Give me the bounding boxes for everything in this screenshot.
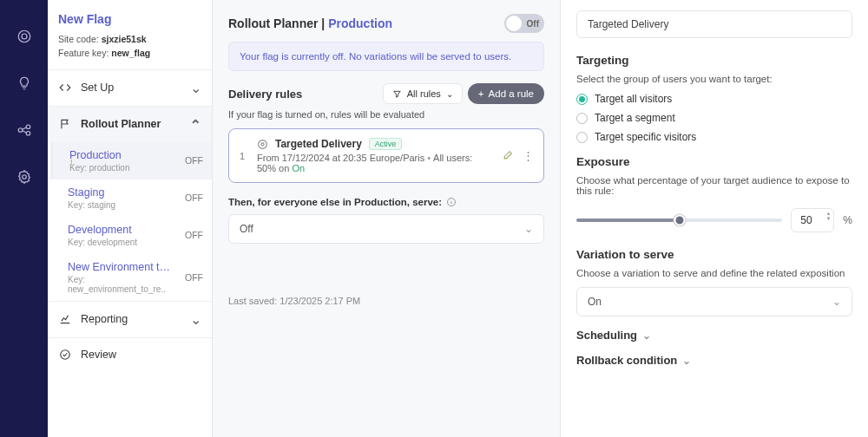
rule-name-input[interactable]: Targeted Delivery [576,10,852,38]
rule-card[interactable]: 1 Targeted Delivery Active From 17/12/20… [228,128,544,183]
env-staging[interactable]: Staging Key: staging OFF [50,179,212,217]
nav-rollout-planner[interactable]: Rollout Planner ⌄ [48,106,212,142]
plus-icon: + [478,88,484,99]
feature-key-line: Feature key: new_flag [58,47,201,61]
slider-thumb[interactable] [674,215,685,226]
exposure-input[interactable]: 50 ▲▼ [791,208,834,232]
main-content: Rollout Planner | Production Off Your fl… [213,0,560,437]
env-development[interactable]: Development Key: development OFF [50,217,212,254]
scheduling-header[interactable]: Scheduling ⌄ [576,329,852,342]
lightbulb-icon[interactable] [14,73,35,94]
check-circle-icon [58,348,72,362]
radio-all-visitors[interactable]: Target all visitors [576,93,852,105]
svg-point-7 [259,140,267,148]
nav-setup[interactable]: Set Up ⌄ [48,69,212,106]
code-icon [58,81,72,95]
exposure-heading: Exposure [576,155,852,168]
svg-point-0 [18,30,30,42]
exposure-sub: Choose what percentage of your target au… [576,175,852,196]
gear-icon[interactable] [14,166,35,187]
chart-icon [58,312,72,326]
exposure-slider[interactable] [576,218,782,222]
global-nav-rail [0,0,48,437]
svg-point-2 [18,128,23,133]
svg-point-3 [26,125,30,129]
info-icon[interactable] [446,197,457,207]
radio-segment[interactable]: Target a segment [576,112,852,124]
chevron-down-icon: ⌄ [524,223,533,235]
variation-sub: Choose a variation to serve and define t… [576,268,852,278]
chevron-down-icon: ⌄ [832,296,841,308]
percent-label: % [843,214,852,226]
chevron-down-icon: ⌄ [642,329,651,342]
more-icon[interactable]: ⋮ [523,149,533,162]
env-new[interactable]: New Environment to re... Key: new_enviro… [50,254,212,301]
edit-icon[interactable] [503,149,514,163]
chevron-down-icon: ⌄ [190,80,201,96]
rule-summary: From 17/12/2024 at 20:35 Europe/Paris•Al… [257,153,494,173]
fallback-select[interactable]: Off ⌄ [228,214,544,244]
svg-point-4 [26,132,30,136]
delivery-rules-title: Delivery rules [228,88,302,101]
chevron-down-icon: ⌄ [190,311,201,328]
radio-icon [576,132,588,143]
rollback-header[interactable]: Rollback condition ⌄ [576,354,852,367]
rule-name: Targeted Delivery [275,138,362,150]
flag-sidebar: New Flag Site code: sjxzie51sk Feature k… [48,0,213,437]
last-saved: Last saved: 1/23/2025 2:17 PM [228,296,544,306]
radio-specific[interactable]: Target specific visitors [576,131,852,143]
nav-review[interactable]: Review [48,337,212,371]
target-icon [257,139,268,150]
radio-icon [576,113,588,124]
svg-point-8 [261,142,264,145]
env-production[interactable]: ! Production Key: production OFF [50,142,212,179]
molecule-icon[interactable] [14,120,35,140]
svg-point-6 [61,349,70,359]
rule-number: 1 [240,151,248,161]
add-rule-button[interactable]: + Add a rule [468,83,544,104]
flag-toggle[interactable]: Off [504,14,544,33]
flag-title: New Flag [58,12,201,26]
rule-detail-panel: Targeted Delivery Targeting Select the g… [560,0,868,437]
spinner-down-icon[interactable]: ▼ [825,216,831,221]
target-icon[interactable] [14,26,35,47]
off-notice: Your flag is currently off. No variation… [228,42,544,71]
radio-checked-icon [576,94,588,105]
variation-heading: Variation to serve [576,248,852,261]
svg-point-1 [22,34,27,39]
fallback-label: Then, for everyone else in Production, s… [228,197,544,207]
flag-icon [58,117,72,131]
chevron-up-icon: ⌄ [190,116,201,133]
site-code-line: Site code: sjxzie51sk [58,33,201,47]
active-badge: Active [369,138,403,150]
svg-point-5 [22,175,26,179]
nav-reporting[interactable]: Reporting ⌄ [48,301,212,337]
filter-icon [392,89,402,99]
variation-select[interactable]: On ⌄ [576,287,852,316]
targeting-heading: Targeting [576,54,852,67]
chevron-down-icon: ⌄ [446,89,453,99]
chevron-down-icon: ⌄ [682,355,691,367]
page-title: Rollout Planner | Production [228,16,392,30]
delivery-subnote: If your flag is turned on, rules will be… [228,109,544,120]
filter-rules-button[interactable]: All rules ⌄ [383,83,463,104]
targeting-sub: Select the group of users you want to ta… [576,74,852,84]
